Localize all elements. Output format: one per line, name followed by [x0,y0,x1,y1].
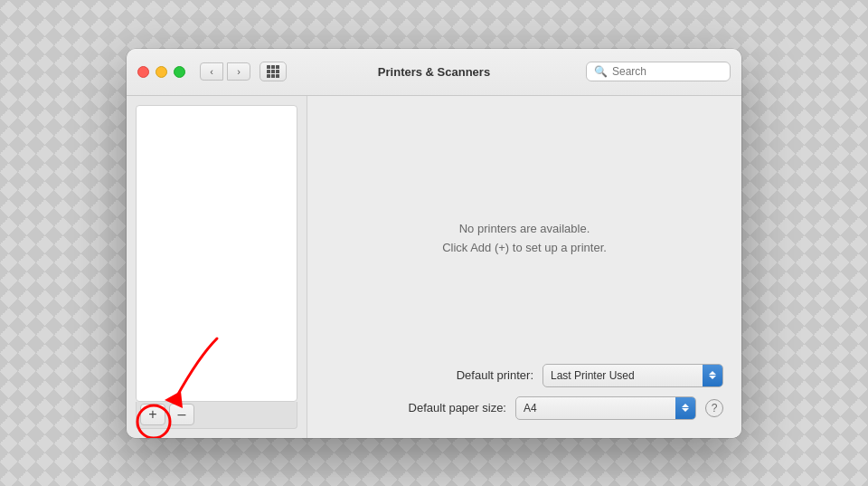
traffic-lights [137,66,185,78]
remove-printer-button[interactable]: – [169,404,194,425]
grid-view-button[interactable] [259,62,287,81]
question-mark-icon: ? [712,402,718,415]
default-printer-label: Default printer: [457,368,533,382]
back-icon: ‹ [210,66,213,77]
search-box[interactable]: 🔍 [586,62,731,81]
default-printer-value: Last Printer Used [551,369,635,382]
search-icon: 🔍 [594,65,608,78]
main-panel: No printers are available. Click Add (+)… [307,96,741,438]
window-title: Printers & Scanners [378,65,490,79]
maximize-button[interactable] [174,66,185,78]
paper-chevron-up-icon [682,404,689,407]
plus-icon: + [148,406,156,423]
default-paper-label: Default paper size: [409,401,506,415]
back-button[interactable]: ‹ [200,62,223,81]
paper-chevron-down-icon [682,408,689,412]
default-printer-select[interactable]: Last Printer Used [542,364,723,387]
settings-area: Default printer: Last Printer Used Defau… [326,364,723,420]
no-printer-line2: Click Add (+) to set up a printer. [442,239,607,258]
sidebar-toolbar: + – [136,402,297,429]
help-button[interactable]: ? [705,399,723,417]
titlebar: ‹ › Printers & Scanners 🔍 [127,49,741,96]
default-paper-value: A4 [524,402,537,415]
forward-button[interactable]: › [227,62,250,81]
printer-list [136,105,297,402]
sidebar: + – [127,96,307,438]
default-paper-select[interactable]: A4 [515,396,696,420]
content-area: + – No printers are [127,96,741,438]
select-chevron-icon [703,365,722,386]
forward-icon: › [237,66,241,77]
default-paper-row: Default paper size: A4 ? [409,396,723,420]
search-input[interactable] [612,65,722,78]
paper-select-chevron-icon [675,397,695,419]
add-printer-button[interactable]: + [140,404,165,425]
close-button[interactable] [137,66,149,78]
no-printer-message: No printers are available. Click Add (+)… [326,114,723,364]
chevron-up-icon [709,371,716,375]
grid-icon [267,65,279,78]
chevron-down-icon [709,376,716,379]
no-printer-line1: No printers are available. [459,220,590,239]
default-printer-row: Default printer: Last Printer Used [457,364,723,387]
minimize-button[interactable] [156,66,167,78]
nav-buttons: ‹ › [200,62,250,81]
minus-icon: – [178,406,186,423]
printers-scanners-window: ‹ › Printers & Scanners 🔍 + [127,49,741,438]
